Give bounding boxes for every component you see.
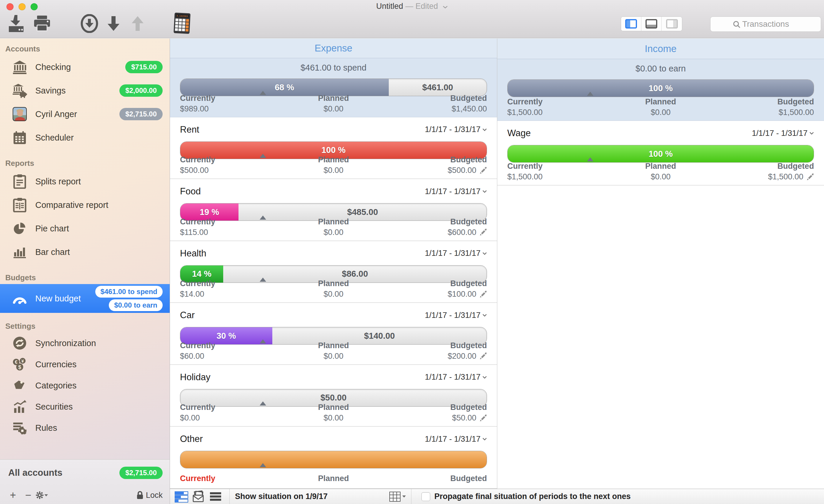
envelope-view-button[interactable] — [190, 490, 207, 503]
budgeted-label: Budgeted — [385, 279, 487, 288]
import-transactions-button[interactable] — [80, 12, 99, 35]
planned-value: $0.00 — [610, 108, 712, 117]
account-balance-badge: $2,000.00 — [119, 84, 163, 97]
actions-gear-button[interactable] — [36, 491, 51, 499]
title-chevron-icon[interactable] — [442, 2, 448, 11]
currently-label: Currently — [180, 217, 282, 226]
bar-fill — [180, 451, 487, 468]
category-name: Health — [180, 248, 206, 259]
date-marker-icon — [587, 92, 594, 96]
sidebar-item-new-budget[interactable]: New budget $461.00 to spend $0.00 to ear… — [0, 284, 170, 313]
currently-label: Currently — [180, 341, 282, 350]
budget-to-earn-badge: $0.00 to earn — [109, 299, 163, 311]
sidebar-item-comparative-report[interactable]: Comparative report — [0, 193, 170, 217]
remove-button[interactable]: − — [21, 489, 36, 501]
period-selector[interactable]: 1/1/17 - 1/31/17 — [425, 373, 487, 382]
save-import-button[interactable] — [7, 12, 25, 35]
section-title-settings: Settings — [0, 316, 170, 332]
bar-remaining-label: $86.00 — [342, 269, 368, 279]
planned-value: $0.00 — [282, 104, 385, 113]
bar-chart-icon — [12, 244, 28, 260]
account-label: Cyril Anger — [35, 109, 77, 119]
period-selector[interactable]: 1/1/17 - 1/31/17 — [425, 125, 487, 134]
currently-value: $500.00 — [180, 166, 282, 175]
lock-button[interactable]: Lock — [136, 491, 163, 500]
edit-pencil-icon[interactable] — [479, 167, 487, 174]
calculator-app-icon[interactable]: 3.141593 — [172, 12, 192, 35]
income-column: Income $0.00 to earn 100 % Currently$1,5… — [497, 38, 824, 489]
edit-pencil-icon[interactable] — [479, 228, 487, 236]
section-title-reports: Reports — [0, 153, 170, 170]
planned-value: $0.00 — [282, 352, 385, 361]
print-button[interactable] — [33, 12, 51, 35]
sidebar-item-scheduler[interactable]: Scheduler — [0, 126, 170, 149]
period-selector[interactable]: 1/1/17 - 1/31/17 — [425, 187, 487, 196]
sidebar-item-currencies[interactable]: €¥$ Currencies — [0, 354, 170, 375]
edit-pencil-icon[interactable] — [806, 173, 814, 181]
piggy-bank-icon — [12, 83, 28, 99]
sidebar-item-splits-report[interactable]: Splits report — [0, 170, 170, 193]
bar-percent-label: 14 % — [192, 269, 211, 279]
sidebar-item-rules[interactable]: Rules — [0, 417, 170, 438]
currently-value: $989.00 — [180, 104, 282, 113]
add-button[interactable]: + — [5, 489, 21, 501]
budget-row-health: Health 1/1/17 - 1/31/17 14 % $86.00 Curr… — [170, 241, 497, 303]
move-up-button[interactable] — [130, 12, 145, 35]
move-down-button[interactable] — [106, 12, 121, 35]
period-selector[interactable]: 1/1/17 - 1/31/17 — [425, 311, 487, 320]
search-input[interactable] — [711, 17, 821, 31]
budgeted-label: Budgeted — [385, 341, 487, 350]
budget-bars-view-button[interactable] — [173, 490, 190, 503]
expense-summary: $461.00 to spend 68 % $461.00 Currently$… — [170, 58, 497, 117]
propagate-checkbox[interactable] — [421, 492, 430, 501]
bar-percent-label: 100 % — [648, 149, 673, 159]
period-selector[interactable]: 1/1/17 - 1/31/17 — [752, 129, 814, 138]
date-marker-icon — [260, 463, 266, 467]
edit-pencil-icon[interactable] — [479, 414, 487, 422]
search-field[interactable] — [710, 16, 821, 32]
statusbar-separator — [229, 489, 230, 504]
budget-row-car: Car 1/1/17 - 1/31/17 30 % $140.00 Curren… — [170, 303, 497, 365]
bar-percent-label: 100 % — [321, 145, 345, 155]
account-label: Scheduler — [35, 133, 74, 142]
statusbar-separator — [411, 489, 411, 504]
sidebar-item-checking[interactable]: Checking $715.00 — [0, 55, 170, 79]
all-accounts-total-badge: $2,715.00 — [119, 467, 163, 479]
sidebar-item-savings[interactable]: Savings $2,000.00 — [0, 79, 170, 102]
planned-value: $0.00 — [282, 166, 385, 175]
chevron-down-icon — [482, 314, 487, 317]
currently-label: Currently — [507, 97, 610, 106]
budgeted-label: Budgeted — [385, 94, 487, 103]
planned-value: $0.00 — [282, 413, 385, 422]
currently-value: $14.00 — [180, 290, 282, 299]
settings-label: Securities — [35, 402, 73, 412]
budgeted-label: Budgeted — [712, 97, 814, 106]
edit-pencil-icon[interactable] — [479, 352, 487, 360]
budgeted-value: $100.00 — [447, 290, 477, 299]
svg-text:€: € — [15, 360, 18, 365]
budgeted-label: Budgeted — [385, 155, 487, 164]
sidebar-item-bar-chart[interactable]: Bar chart — [0, 240, 170, 264]
sidebar-item-categories[interactable]: Categories — [0, 375, 170, 396]
bar-percent-label: 68 % — [275, 83, 294, 92]
list-view-button[interactable] — [207, 490, 224, 503]
sidebar-item-pie-chart[interactable]: Pie chart — [0, 217, 170, 240]
sidebar-item-cyril-anger[interactable]: Cyril Anger $2,715.00 — [0, 102, 170, 126]
sidebar-item-synchronization[interactable]: Synchronization — [0, 332, 170, 354]
income-column-header: Income — [497, 38, 824, 59]
comparative-report-icon — [12, 197, 28, 213]
situation-date-picker[interactable] — [389, 492, 406, 502]
view-right-panel-toggle[interactable] — [662, 17, 682, 31]
pie-chart-icon — [12, 220, 28, 236]
gear-icon — [36, 491, 43, 499]
edit-pencil-icon[interactable] — [479, 291, 487, 298]
section-title-budgets: Budgets — [0, 267, 170, 284]
expense-summary-headline: $461.00 to spend — [180, 58, 487, 73]
period-selector[interactable]: 1/1/17 - 1/31/17 — [425, 435, 487, 444]
view-bottom-panel-toggle[interactable] — [641, 17, 662, 31]
window-title: Untitled — Edited — [0, 2, 824, 11]
view-sidebar-toggle[interactable] — [621, 17, 641, 31]
sidebar-item-securities[interactable]: Securities — [0, 396, 170, 417]
account-label: Savings — [35, 86, 66, 96]
period-selector[interactable]: 1/1/17 - 1/31/17 — [425, 249, 487, 258]
